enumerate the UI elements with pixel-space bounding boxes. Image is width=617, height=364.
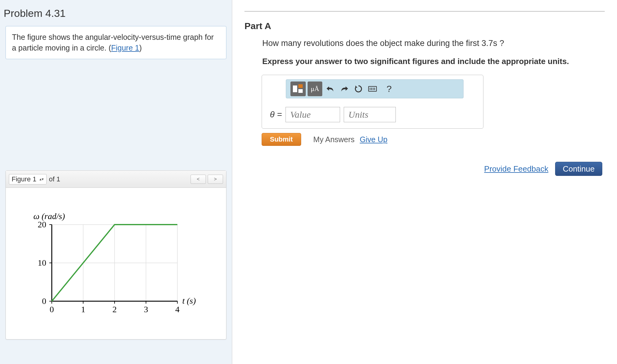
- figure-body: 0123401020ω (rad/s)t (s): [6, 188, 226, 339]
- answer-actions: Submit My Answers Give Up: [262, 133, 605, 146]
- svg-rect-29: [298, 84, 303, 88]
- figure-nav: < >: [191, 175, 223, 184]
- answer-input-row: θ =: [267, 107, 478, 122]
- continue-button[interactable]: Continue: [555, 162, 602, 176]
- part-label: Part A: [244, 21, 605, 31]
- redo-button[interactable]: [338, 83, 350, 95]
- svg-text:t (s): t (s): [182, 296, 196, 305]
- svg-text:0: 0: [42, 296, 46, 306]
- figure-selector-label: Figure 1: [12, 175, 36, 183]
- answer-links: My Answers Give Up: [313, 135, 388, 144]
- figure-count: of 1: [49, 175, 60, 183]
- units-input[interactable]: [344, 107, 396, 122]
- svg-text:4: 4: [175, 305, 180, 314]
- keyboard-button[interactable]: [366, 83, 379, 95]
- footer-row: Provide Feedback Continue: [244, 162, 605, 176]
- problem-title: Problem 4.31: [0, 0, 232, 26]
- svg-rect-30: [298, 89, 303, 93]
- divider: [244, 11, 605, 12]
- svg-text:2: 2: [112, 305, 117, 314]
- svg-text:20: 20: [38, 220, 46, 229]
- svg-text:3: 3: [144, 305, 148, 314]
- provide-feedback-link[interactable]: Provide Feedback: [484, 164, 548, 174]
- figure-prev-button[interactable]: <: [191, 175, 206, 184]
- answer-box: μÅ ? θ =: [262, 75, 483, 129]
- figure-header: Figure 1 ▴▾ of 1 < >: [6, 171, 226, 188]
- chart: 0123401020ω (rad/s)t (s): [21, 209, 199, 320]
- right-pane: Part A How many revolutions does the obj…: [232, 0, 617, 364]
- left-pane: Problem 4.31 The figure shows the angula…: [0, 0, 232, 364]
- svg-rect-28: [293, 85, 297, 92]
- svg-text:10: 10: [38, 258, 46, 267]
- answer-toolbar: μÅ ?: [286, 79, 464, 98]
- problem-description: The figure shows the angular-velocity-ve…: [6, 26, 226, 59]
- value-input[interactable]: [286, 107, 340, 122]
- figure-selector[interactable]: Figure 1 ▴▾: [9, 174, 47, 184]
- units-button[interactable]: μÅ: [308, 82, 322, 96]
- description-text-post: ): [139, 44, 142, 52]
- figure-panel: Figure 1 ▴▾ of 1 < > 0123401020ω (rad/s)…: [6, 170, 226, 339]
- my-answers-label: My Answers: [313, 135, 355, 144]
- figure-link[interactable]: Figure 1: [111, 44, 139, 52]
- variable-label: θ =: [267, 110, 282, 119]
- undo-button[interactable]: [324, 83, 336, 95]
- svg-text:0: 0: [50, 305, 54, 314]
- question-text: How many revolutions does the object mak…: [262, 39, 605, 48]
- svg-text:ω (rad/s): ω (rad/s): [33, 211, 65, 221]
- keyboard-icon: [368, 86, 377, 92]
- help-button[interactable]: ?: [383, 83, 395, 95]
- reset-button[interactable]: [352, 83, 365, 95]
- submit-button[interactable]: Submit: [262, 133, 301, 146]
- give-up-link[interactable]: Give Up: [360, 135, 387, 144]
- svg-text:1: 1: [81, 305, 85, 314]
- instruction-text: Express your answer to two significant f…: [262, 57, 605, 66]
- template-picker-button[interactable]: [290, 82, 306, 96]
- stepper-icon: ▴▾: [40, 177, 44, 181]
- figure-next-button[interactable]: >: [208, 175, 223, 184]
